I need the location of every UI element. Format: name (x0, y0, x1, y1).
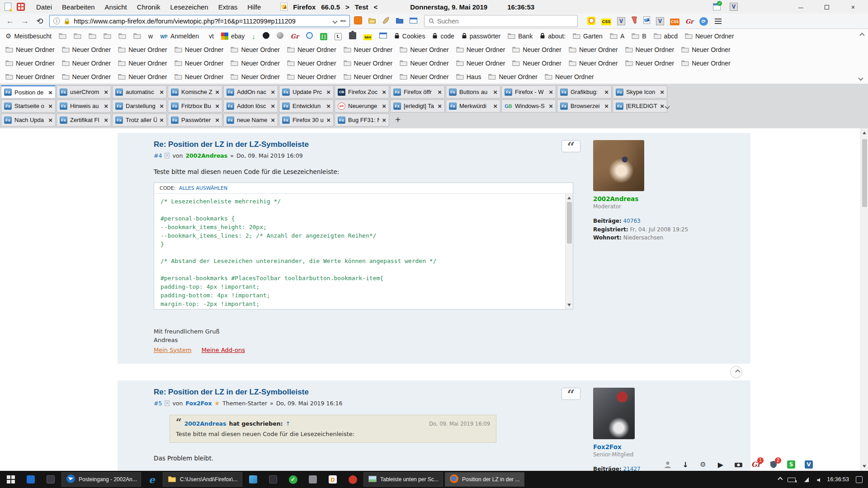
code-scrollbar[interactable] (565, 194, 573, 309)
tab-close-icon[interactable]: × (48, 116, 52, 124)
bookmark-neuer-ordner[interactable]: Neuer Ordner (227, 72, 283, 82)
note-edit-icon[interactable] (643, 16, 650, 26)
tab--erledigt-ta[interactable]: Fx[erledigt] Ta× (390, 99, 445, 113)
tray-overflow-icon[interactable] (778, 477, 783, 482)
bookmark-neuer-ordner[interactable]: Neuer Ordner (678, 59, 734, 68)
tab-neuerunge[interactable]: shNeuerunge× (335, 99, 389, 113)
tab-addon-lösc[interactable]: FxAddon lösc× (223, 99, 278, 113)
tab-close-icon[interactable]: × (382, 88, 386, 96)
tab-grafikbug-[interactable]: FxGrafikbug:× (557, 85, 612, 99)
bookmark-folder[interactable] (302, 31, 316, 41)
tab-passwörter[interactable]: FxPasswörter× (168, 113, 222, 127)
v-blue-icon[interactable]: V (804, 460, 814, 469)
panel-blue-icon[interactable] (410, 17, 417, 25)
tab-close-icon[interactable]: × (160, 116, 164, 124)
scroll-down-icon[interactable] (567, 304, 571, 306)
start-button[interactable] (1, 471, 21, 488)
menu-ansicht[interactable]: Ansicht (101, 2, 131, 12)
bookmark-neuer-ordner[interactable]: Neuer Ordner (114, 45, 171, 55)
tab-bug-ff31-n[interactable]: FxBug FF31: N× (335, 113, 389, 127)
tab-close-icon[interactable]: × (493, 102, 497, 110)
bookmark-cookies[interactable]: Cookies (391, 32, 429, 41)
bookmark-neuer-ordner[interactable]: Neuer Ordner (453, 59, 509, 68)
bookmark-folder[interactable] (70, 32, 85, 41)
download-arrow-icon[interactable]: ↓ (680, 460, 690, 469)
bookmark-folder[interactable]: ↓ (248, 32, 259, 41)
post-count-link[interactable]: 40763 (623, 218, 641, 224)
shield-icon[interactable]: 2 (769, 460, 778, 469)
tab-firefox-30-u[interactable]: FxFirefox 30 u× (279, 113, 334, 127)
bookmark-folder[interactable] (85, 32, 100, 41)
avatar[interactable] (593, 388, 635, 439)
css-orange-icon[interactable]: CSS (670, 17, 679, 25)
tab-update-prc[interactable]: FxUpdate Prc× (279, 85, 334, 99)
task-image-viewer[interactable]: Tableiste unten per Sc... (363, 472, 443, 487)
tab-hinweis-au[interactable]: FxHinweis au× (57, 99, 111, 113)
search-bar[interactable] (424, 15, 578, 27)
pinned-app[interactable] (343, 471, 363, 488)
bookmark-neuer-ordner[interactable]: Neuer Ordner (227, 45, 283, 55)
bookmark-neuer-ordner[interactable]: Neuer Ordner (396, 59, 453, 68)
urlbar-dropdown-icon[interactable] (333, 19, 338, 23)
bookmark-folder[interactable]: t. (331, 31, 345, 41)
bookmarks-scroll-up-icon[interactable] (857, 32, 864, 39)
page-scrollbar[interactable] (860, 128, 868, 471)
box-orange-icon[interactable] (354, 16, 362, 26)
battery-icon[interactable] (788, 478, 796, 482)
bookmark-abcd[interactable]: abcd (650, 32, 681, 41)
pinned-app[interactable] (243, 471, 263, 488)
bookmark-neuer-ordner[interactable]: Neuer Ordner (58, 72, 115, 82)
bookmark-neuer-ordner[interactable]: Neuer Ordner (2, 72, 58, 82)
bookmark-neuer-ordner[interactable]: Neuer Ordner (396, 45, 453, 55)
camera-icon[interactable] (733, 460, 743, 469)
gr-monkey-icon[interactable]: Gr1 (751, 460, 761, 469)
bookmark-yt[interactable]: yt (203, 32, 217, 41)
tab-close-icon[interactable]: × (382, 102, 386, 110)
bookmark-neuer-ordner[interactable]: Neuer Ordner (114, 59, 171, 68)
tab-neue-name[interactable]: Fxneue Name× (223, 113, 278, 127)
pinned-app[interactable] (263, 471, 283, 488)
task-explorer[interactable]: C:\Users\Andi\Firefox\... (163, 472, 242, 487)
menu-extras[interactable]: Extras (214, 2, 242, 12)
bookmark-meistbesucht[interactable]: ⚙Meistbesucht (2, 31, 55, 41)
clock[interactable]: 16:36:53 (827, 476, 849, 483)
post-author-link[interactable]: Fox2Fox (185, 400, 212, 407)
menu-icon[interactable] (715, 19, 722, 24)
post-title[interactable]: Re: Position der LZ in der LZ-Symbolleis… (154, 140, 573, 149)
page-actions-icon[interactable]: ••• (340, 18, 346, 24)
tab-close-icon[interactable]: × (215, 116, 219, 124)
tab-nach-upda[interactable]: FxNach Upda× (1, 113, 56, 127)
tab-close-icon[interactable]: × (104, 88, 108, 96)
bookmark-neuer-ordner[interactable]: Neuer Ordner (509, 45, 565, 55)
bookmark-neuer-ordner[interactable]: Neuer Ordner (283, 45, 340, 55)
task-thunderbird[interactable]: Posteingang - 2002An... (61, 472, 141, 487)
bookmark-folder[interactable] (100, 32, 115, 41)
v-badge-icon[interactable]: V (617, 17, 625, 25)
avatar[interactable] (593, 140, 644, 191)
tab-merkwürdi[interactable]: FxMerkwürdi× (446, 99, 500, 113)
bookmark-folder[interactable]: b64 (360, 32, 376, 41)
bookmark-w[interactable]: w (145, 32, 156, 41)
task-firefox[interactable]: Position der LZ in der ... (445, 472, 524, 487)
tab-darstellung[interactable]: FxDarstellung× (112, 99, 167, 113)
bookmark-neuer-ordner[interactable]: Neuer Ordner (453, 45, 509, 55)
bookmark-neuer-ordner[interactable]: Neuer Ordner (340, 59, 396, 68)
play-circle-icon[interactable]: ▶ (716, 460, 726, 469)
restore-button[interactable] (823, 3, 831, 11)
bookmark-folder[interactable] (345, 31, 360, 42)
bookmark-neuer-ordner[interactable]: Neuer Ordner (396, 72, 453, 82)
tab-trotz-aller-ü[interactable]: FxTrotz aller Ü× (112, 113, 167, 127)
bookmark-neuer-ordner[interactable]: Neuer Ordner (283, 72, 340, 82)
folder-open-icon[interactable] (368, 17, 376, 25)
meine-addons-link[interactable]: Meine Add-ons (202, 346, 245, 355)
tab-buttons-au[interactable]: FxButtons au× (446, 85, 500, 99)
back-to-top-button[interactable] (730, 366, 742, 378)
url-bar[interactable]: i 🔒 ••• (49, 15, 350, 27)
bookmark-neuer-ordner[interactable]: Neuer Ordner (58, 59, 115, 68)
post-author-link[interactable]: 2002Andreas (185, 152, 227, 159)
tab-firefox-zoc[interactable]: CBFirefox Zoc× (335, 85, 389, 99)
tab-close-icon[interactable]: × (48, 89, 52, 96)
tab-close-icon[interactable]: × (438, 102, 442, 110)
bookmark-bank[interactable]: Bank (504, 32, 536, 41)
sync-blue-icon[interactable]: ⟳ (699, 17, 708, 26)
